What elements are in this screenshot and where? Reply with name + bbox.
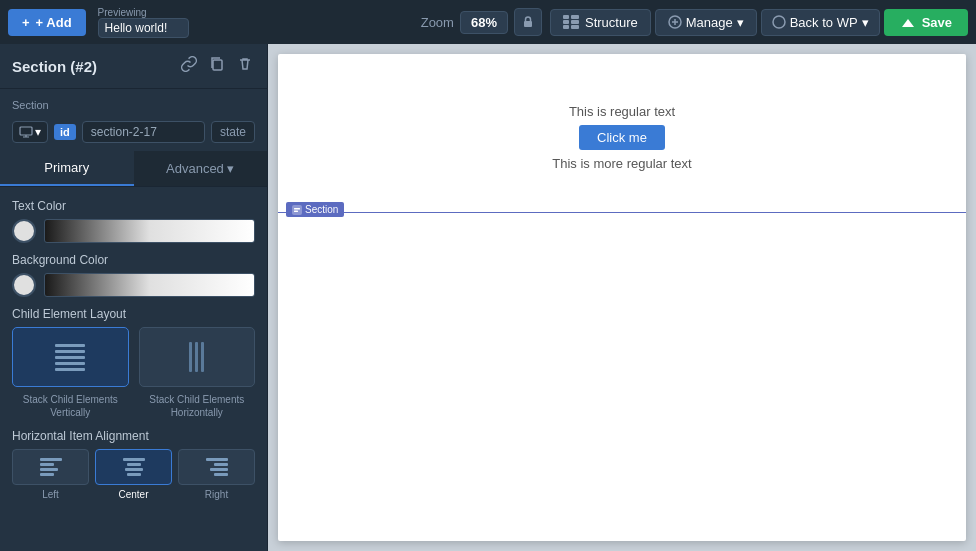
section-label-row: Section (0, 89, 267, 117)
section-tag-icon (292, 205, 302, 215)
text-color-swatch[interactable] (12, 219, 36, 243)
layout-option-vertical[interactable]: Stack Child Elements Vertically (12, 327, 129, 419)
svg-rect-0 (524, 21, 532, 27)
canvas-click-button[interactable]: Click me (579, 125, 665, 150)
preview-select[interactable]: Hello world! (98, 18, 189, 38)
section-tag: Section (286, 202, 344, 217)
wp-logo-icon (772, 15, 786, 29)
lock-button[interactable] (514, 8, 542, 36)
zoom-label: Zoom (421, 15, 454, 30)
align-option-center[interactable]: Center (95, 449, 172, 500)
section-divider (278, 212, 966, 213)
tab-primary[interactable]: Primary (0, 151, 134, 186)
manage-chevron: ▾ (737, 15, 744, 30)
previewing-label: Previewing (98, 7, 189, 18)
panel-title: Section (#2) (12, 58, 97, 75)
svg-point-8 (773, 16, 785, 28)
structure-icon (563, 15, 579, 29)
zoom-section: Zoom 68% (421, 8, 542, 36)
back-wp-button[interactable]: Back to WP ▾ (761, 9, 880, 36)
stack-v-line-5 (55, 368, 85, 371)
bg-color-gradient[interactable] (44, 273, 255, 297)
layout-horizontal-label: Stack Child Elements Horizontally (139, 393, 256, 419)
stack-v-line-1 (55, 344, 85, 347)
main-layout: Section (#2) (0, 44, 976, 551)
canvas-content: This is regular text Click me This is mo… (278, 54, 966, 171)
id-row: ▾ id section-2-17 state (0, 117, 267, 151)
add-label: + Add (36, 15, 72, 30)
structure-button[interactable]: Structure (550, 9, 651, 36)
svg-rect-13 (294, 210, 298, 212)
stack-horizontal-icon (189, 342, 204, 372)
align-right-box (178, 449, 255, 485)
id-badge: id (54, 124, 76, 140)
child-layout-label: Child Element Layout (12, 307, 255, 321)
align-center-box (95, 449, 172, 485)
canvas-area: This is regular text Click me This is mo… (268, 44, 976, 551)
trash-icon (237, 56, 253, 72)
text-color-gradient[interactable] (44, 219, 255, 243)
canvas-frame: This is regular text Click me This is mo… (278, 54, 966, 541)
svg-rect-10 (20, 127, 32, 135)
svg-rect-2 (563, 20, 569, 24)
structure-label: Structure (585, 15, 638, 30)
canvas-text2: This is more regular text (552, 156, 691, 171)
delete-icon-button[interactable] (235, 54, 255, 78)
align-right-icon (206, 458, 228, 476)
save-icon (900, 15, 916, 29)
align-right-label: Right (205, 489, 228, 500)
align-left-label: Left (42, 489, 59, 500)
stack-h-line-2 (195, 342, 198, 372)
state-button[interactable]: state (211, 121, 255, 143)
device-select[interactable]: ▾ (12, 121, 48, 143)
tabs-row: Primary Advanced ▾ (0, 151, 267, 187)
layout-option-horizontal-box (139, 327, 256, 387)
manage-label: Manage (686, 15, 733, 30)
stack-v-line-4 (55, 362, 85, 365)
layout-option-horizontal[interactable]: Stack Child Elements Horizontally (139, 327, 256, 419)
copy-icon (209, 56, 225, 72)
id-value: section-2-17 (82, 121, 205, 143)
link-icon-button[interactable] (179, 54, 199, 78)
monitor-icon (19, 126, 33, 138)
device-chevron: ▾ (35, 125, 41, 139)
svg-rect-4 (571, 15, 579, 19)
right-group: Structure Manage ▾ Back to WP ▾ Save (550, 9, 968, 36)
add-button[interactable]: + + Add (8, 9, 86, 36)
layout-option-vertical-box (12, 327, 129, 387)
bg-color-row (12, 273, 255, 297)
previewing-section: Previewing Hello world! (98, 7, 189, 38)
stack-v-line-3 (55, 356, 85, 359)
alignment-options: Left Center (12, 449, 255, 500)
stack-v-line-2 (55, 350, 85, 353)
align-option-right[interactable]: Right (178, 449, 255, 500)
panel-icons (179, 54, 255, 78)
align-left-box (12, 449, 89, 485)
canvas-text1: This is regular text (569, 104, 675, 119)
alignment-label: Horizontal Item Alignment (12, 429, 255, 443)
align-left-icon (40, 458, 62, 476)
top-bar: + + Add Previewing Hello world! Zoom 68% (0, 0, 976, 44)
save-button[interactable]: Save (884, 9, 968, 36)
stack-h-line-3 (201, 342, 204, 372)
layout-vertical-label: Stack Child Elements Vertically (12, 393, 129, 419)
svg-rect-3 (563, 25, 569, 29)
back-wp-chevron: ▾ (862, 15, 869, 30)
bg-color-swatch[interactable] (12, 273, 36, 297)
bg-color-label: Background Color (12, 253, 255, 267)
section-tag-label: Section (305, 204, 338, 215)
manage-button[interactable]: Manage ▾ (655, 9, 757, 36)
panel-content: Text Color Background Color Child Elemen… (0, 187, 267, 551)
copy-icon-button[interactable] (207, 54, 227, 78)
align-center-label: Center (118, 489, 148, 500)
align-option-left[interactable]: Left (12, 449, 89, 500)
back-wp-label: Back to WP (790, 15, 858, 30)
panel-header: Section (#2) (0, 44, 267, 89)
text-color-label: Text Color (12, 199, 255, 213)
wp-icon (668, 15, 682, 29)
tab-advanced[interactable]: Advanced ▾ (134, 151, 268, 186)
plus-icon: + (22, 15, 30, 30)
stack-vertical-icon (55, 344, 85, 371)
align-center-icon (123, 458, 145, 476)
svg-rect-9 (213, 60, 222, 70)
